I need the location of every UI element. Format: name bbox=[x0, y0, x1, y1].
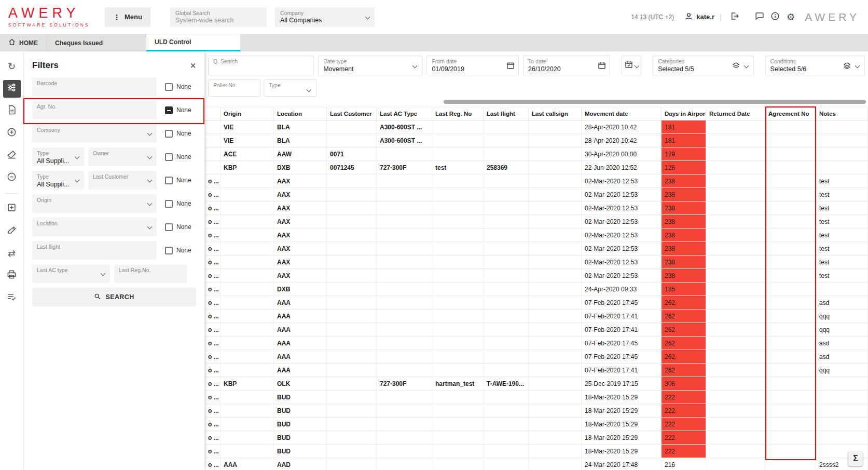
table-row[interactable]: KBPDXB0071245727-300Ftest25836922-Jun-20… bbox=[205, 161, 868, 174]
owner-select[interactable]: Owner bbox=[88, 147, 157, 166]
none-checkbox-origin[interactable]: None bbox=[165, 200, 196, 208]
table-row[interactable]: ACEAAW007130-Apr-2020 00:00179 bbox=[205, 147, 868, 161]
company-filter-select[interactable]: Company bbox=[32, 124, 157, 143]
movement-list-button[interactable] bbox=[3, 289, 21, 307]
none-checkbox-last-flight[interactable]: None bbox=[165, 247, 196, 254]
table-row[interactable]: o ...BUD18-Mar-2020 15:29222 bbox=[205, 391, 868, 404]
table-row[interactable]: o ...AAA07-Feb-2020 17:45262asd bbox=[205, 337, 868, 350]
column-header[interactable]: Returned Date bbox=[706, 108, 765, 120]
uld-type-select[interactable]: Type bbox=[264, 79, 316, 97]
column-header[interactable]: Movement date bbox=[582, 108, 662, 120]
column-header[interactable]: Agreement No bbox=[765, 108, 816, 120]
date-preset-button[interactable] bbox=[622, 56, 641, 75]
table-row[interactable]: o ...AAX02-Mar-2020 12:53238test bbox=[205, 269, 868, 283]
table-row[interactable]: VIEBLAA300-600ST ...28-Apr-2020 10:42181 bbox=[205, 134, 868, 147]
column-header[interactable]: Last Reg. No bbox=[432, 108, 484, 120]
refresh-button[interactable]: ↻ bbox=[3, 58, 21, 75]
tab-cheques-issued[interactable]: Cheques Issued bbox=[47, 34, 146, 51]
search-button[interactable]: SEARCH bbox=[32, 288, 196, 306]
last-flight-input[interactable]: Last flight bbox=[32, 241, 157, 260]
column-header[interactable]: Days in Airport bbox=[662, 108, 706, 120]
table-row[interactable]: o ...BUD18-Mar-2020 15:29222 bbox=[205, 445, 868, 458]
column-header[interactable]: Last Customer bbox=[327, 108, 377, 120]
last-ac-type-select[interactable]: Last AC type bbox=[32, 264, 110, 283]
agr-no-input[interactable]: Agr. No. bbox=[32, 101, 157, 119]
table-row[interactable]: o ...AAX02-Mar-2020 12:53238test bbox=[205, 174, 868, 188]
table-row[interactable]: o ...AAA07-Feb-2020 17:41262qqq bbox=[205, 323, 868, 337]
last-reg-no-input[interactable]: Last Reg.No. bbox=[114, 264, 187, 283]
user-menu[interactable]: kate.r bbox=[684, 12, 714, 22]
owner-type-select[interactable]: Type All Suppli... bbox=[32, 147, 84, 166]
customer-type-select[interactable]: Type All Suppli... bbox=[32, 171, 84, 190]
table-row[interactable]: o ...AAX02-Mar-2020 12:53238test bbox=[205, 229, 868, 242]
column-header[interactable]: Last AC Type bbox=[377, 108, 432, 120]
categories-select[interactable]: Categories Selected 5/5 bbox=[653, 56, 753, 75]
table-row[interactable]: o ...BUD18-Mar-2020 15:29222 bbox=[205, 431, 868, 445]
quick-search-input[interactable]: Q. Search bbox=[208, 56, 314, 75]
table-row[interactable]: o ...AAA07-Feb-2020 17:41262qqq bbox=[205, 364, 868, 377]
table-row[interactable]: o ...AAX02-Mar-2020 12:53238test bbox=[205, 188, 868, 202]
sum-button[interactable]: Σ bbox=[848, 451, 863, 466]
from-date-value: 01/09/2019 bbox=[432, 65, 514, 73]
print-button[interactable] bbox=[3, 267, 21, 285]
close-filters-button[interactable]: × bbox=[190, 60, 196, 71]
none-checkbox-company[interactable]: None bbox=[165, 130, 196, 138]
table-row[interactable]: o ...AAX02-Mar-2020 12:53238test bbox=[205, 202, 868, 215]
report-button[interactable] bbox=[3, 102, 21, 120]
company-select[interactable]: Company All Companies bbox=[275, 7, 375, 27]
chat-button[interactable] bbox=[752, 9, 767, 25]
add-button[interactable] bbox=[3, 125, 21, 142]
tab-uld-control[interactable]: ULD Control bbox=[146, 34, 241, 51]
add-record-button[interactable] bbox=[3, 200, 21, 218]
table-row[interactable]: o ...AAA07-Feb-2020 17:45262asd bbox=[205, 296, 868, 310]
menu-button[interactable]: ⋮ Menu bbox=[105, 7, 150, 27]
location-select[interactable]: Location bbox=[32, 218, 157, 236]
settings-button[interactable]: ⚙ bbox=[783, 9, 798, 25]
clear-button[interactable] bbox=[3, 147, 21, 165]
table-cell bbox=[432, 269, 484, 282]
to-date-input[interactable]: To date 26/10/2020 bbox=[523, 56, 610, 75]
conditions-select[interactable]: Conditions Selected 5/6 bbox=[765, 56, 865, 75]
table-row[interactable]: o ...DXB24-Apr-2020 09:33185 bbox=[205, 283, 868, 296]
filters-toggle-button[interactable] bbox=[3, 80, 21, 98]
info-button[interactable] bbox=[767, 9, 783, 25]
column-header[interactable]: Notes bbox=[816, 108, 868, 120]
logout-button[interactable] bbox=[727, 9, 742, 25]
table-row[interactable]: o ...AAA07-Feb-2020 17:45262asd bbox=[205, 350, 868, 364]
origin-label: Origin bbox=[37, 197, 152, 204]
table-row[interactable]: o ...KBPOLK727-300Fhartman_testT-AWE-190… bbox=[205, 377, 868, 391]
table-row[interactable]: VIEBLAA300-600ST ...28-Apr-2020 10:42181 bbox=[205, 120, 868, 134]
column-header[interactable]: Last flight bbox=[484, 108, 529, 120]
none-checkbox-last-customer[interactable]: None bbox=[165, 177, 196, 184]
none-checkbox-barcode[interactable]: None bbox=[165, 83, 196, 91]
table-row[interactable]: o ...AAX02-Mar-2020 12:53238test bbox=[205, 242, 868, 256]
none-checkbox-agr-no[interactable]: None bbox=[165, 106, 196, 114]
table-row[interactable]: o ...BUD18-Mar-2020 15:29222 bbox=[205, 418, 868, 431]
table-cell bbox=[484, 283, 529, 296]
horizontal-scrollbar-thumb[interactable] bbox=[444, 100, 866, 104]
table-row[interactable]: o ...BUD18-Mar-2020 15:29222 bbox=[205, 404, 868, 418]
column-header[interactable] bbox=[205, 108, 221, 120]
none-checkbox-owner[interactable]: None bbox=[165, 153, 196, 161]
remove-button[interactable] bbox=[3, 169, 21, 187]
table-row[interactable]: o ...AAX02-Mar-2020 12:53238test bbox=[205, 215, 868, 229]
table-cell: hartman_test bbox=[432, 377, 484, 390]
table-row[interactable]: o ...AAX02-Mar-2020 12:53238test bbox=[205, 256, 868, 269]
global-search-input[interactable]: Global Search System-wide search bbox=[170, 7, 267, 27]
column-header[interactable]: Origin bbox=[221, 108, 274, 120]
date-type-select[interactable]: Date type Movement bbox=[318, 56, 422, 75]
last-customer-select[interactable]: Last Customer bbox=[88, 171, 157, 190]
column-header[interactable]: Last callsign bbox=[529, 108, 582, 120]
pallet-no-input[interactable]: Pallet No. bbox=[208, 79, 260, 97]
table-row[interactable]: o ...AAA07-Feb-2020 17:41262qqq bbox=[205, 310, 868, 323]
none-checkbox-location[interactable]: None bbox=[165, 223, 196, 231]
table-row[interactable]: o ...AAAAAD24-Mar-2020 17:482162ssss2 bbox=[205, 458, 868, 470]
column-header[interactable]: Location bbox=[274, 108, 327, 120]
origin-select[interactable]: Origin bbox=[32, 194, 157, 213]
barcode-input[interactable]: Barcode bbox=[32, 77, 157, 96]
tab-home[interactable]: HOME bbox=[0, 34, 47, 51]
edit-button[interactable] bbox=[3, 222, 21, 240]
brand-logo[interactable]: AWERY SOFTWARE SOLUTIONS bbox=[8, 6, 91, 28]
from-date-input[interactable]: From date 01/09/2019 bbox=[426, 56, 519, 75]
transfer-button[interactable]: ⇄ bbox=[3, 245, 21, 262]
